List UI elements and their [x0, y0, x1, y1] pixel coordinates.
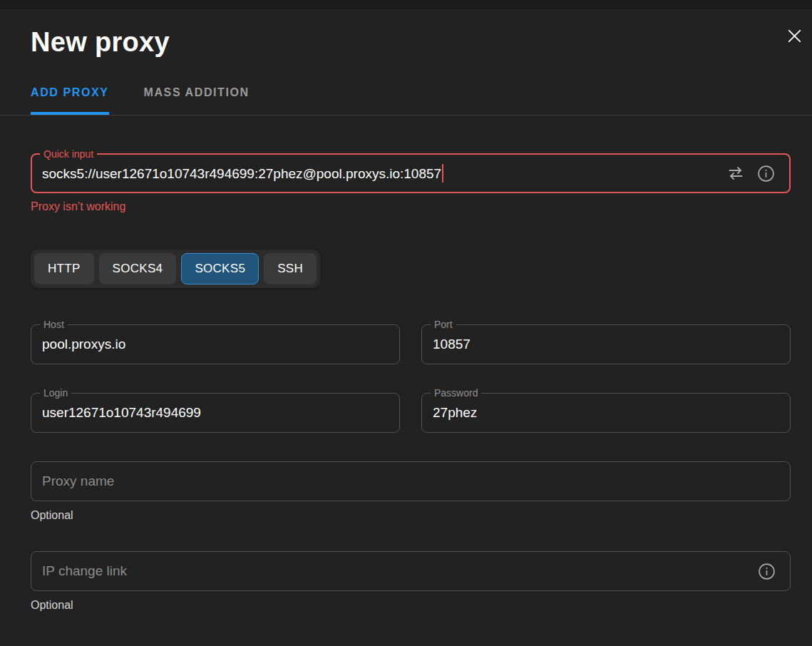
page-title: New proxy: [31, 26, 791, 58]
ip-change-link-input[interactable]: [31, 552, 751, 590]
tab-bar: ADD PROXY MASS ADDITION: [0, 58, 812, 115]
ip-change-link-icons: [751, 563, 790, 580]
proxy-name-field: [31, 461, 791, 501]
tab-add-proxy[interactable]: ADD PROXY: [31, 86, 109, 115]
info-icon[interactable]: [758, 563, 776, 580]
login-label: Login: [40, 386, 71, 399]
dialog-body: Quick input socks5://user12671o10743r494…: [0, 153, 812, 612]
quick-input-icons: [720, 165, 789, 183]
close-icon: [786, 28, 803, 44]
tab-mass-addition[interactable]: MASS ADDITION: [144, 86, 250, 115]
protocol-socks4-button[interactable]: SOCKS4: [99, 253, 177, 284]
ip-change-link-field: [31, 551, 791, 591]
text-caret: [442, 164, 443, 183]
port-field: Port: [421, 324, 791, 364]
port-label: Port: [431, 318, 456, 331]
quick-input-field[interactable]: Quick input socks5://user12671o10743r494…: [31, 153, 791, 193]
proxy-error-message: Proxy isn’t working: [31, 200, 791, 213]
host-input[interactable]: [31, 325, 399, 364]
protocol-socks5-button[interactable]: SOCKS5: [181, 253, 259, 284]
host-field: Host: [31, 324, 400, 364]
login-input[interactable]: [31, 394, 399, 432]
quick-input-label: Quick input: [40, 148, 97, 160]
close-button[interactable]: [782, 24, 806, 48]
password-label: Password: [431, 386, 481, 399]
quick-input-value: socks5://user12671o10743r494699:27phez@p…: [32, 164, 443, 183]
dialog-top-edge: [0, 0, 812, 9]
proxy-name-hint: Optional: [31, 508, 791, 522]
port-input[interactable]: [422, 325, 790, 364]
swap-horizontal-icon[interactable]: [727, 165, 744, 182]
login-field: Login: [31, 393, 400, 433]
protocol-http-button[interactable]: HTTP: [34, 253, 94, 284]
dialog-header: New proxy: [0, 9, 812, 58]
tab-bar-divider: [0, 115, 812, 116]
protocol-toggle-group: HTTP SOCKS4 SOCKS5 SSH: [31, 250, 320, 288]
password-field: Password: [421, 393, 791, 433]
protocol-ssh-button[interactable]: SSH: [264, 253, 317, 284]
password-input[interactable]: [422, 394, 790, 432]
info-icon[interactable]: [757, 165, 775, 183]
proxy-name-input[interactable]: [31, 462, 790, 501]
host-label: Host: [40, 318, 68, 331]
ip-change-link-hint: Optional: [31, 598, 791, 612]
